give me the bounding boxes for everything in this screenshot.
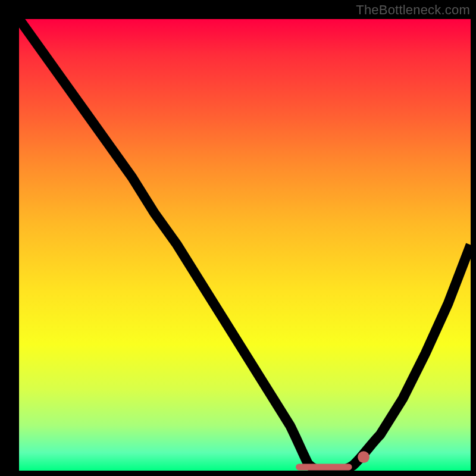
plot-area [19, 19, 471, 471]
curve-svg [19, 19, 471, 471]
chart-frame: TheBottleneck.com [0, 0, 476, 476]
flat-segment-end-dot [358, 451, 369, 463]
bottleneck-curve [19, 19, 471, 471]
attribution-text: TheBottleneck.com [356, 2, 470, 18]
